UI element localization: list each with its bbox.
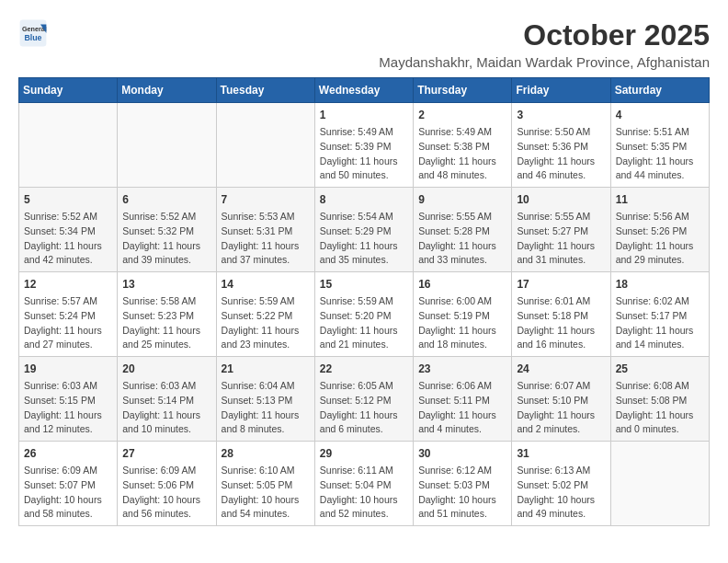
day-info: Sunrise: 5:56 AM Sunset: 5:26 PM Dayligh… (616, 210, 704, 268)
logo: General Blue (18, 18, 48, 48)
calendar-cell: 28Sunrise: 6:10 AM Sunset: 5:05 PM Dayli… (216, 442, 314, 526)
day-info: Sunrise: 5:59 AM Sunset: 5:20 PM Dayligh… (320, 294, 408, 352)
day-number: 29 (320, 445, 408, 462)
day-number: 19 (24, 361, 112, 377)
calendar-cell: 25Sunrise: 6:08 AM Sunset: 5:08 PM Dayli… (610, 357, 709, 442)
day-number: 7 (222, 191, 310, 208)
day-number: 22 (320, 361, 408, 377)
logo-icon: General Blue (18, 18, 48, 48)
day-number: 6 (122, 191, 210, 208)
header-wednesday: Wednesday (314, 78, 413, 103)
calendar-cell: 16Sunrise: 6:00 AM Sunset: 5:19 PM Dayli… (414, 272, 512, 357)
day-info: Sunrise: 6:09 AM Sunset: 5:06 PM Dayligh… (122, 464, 210, 522)
calendar-cell (216, 103, 314, 188)
calendar-header-row: Sunday Monday Tuesday Wednesday Thursday… (19, 78, 710, 103)
day-info: Sunrise: 6:03 AM Sunset: 5:15 PM Dayligh… (24, 379, 112, 437)
day-info: Sunrise: 6:13 AM Sunset: 5:02 PM Dayligh… (517, 464, 605, 522)
calendar-cell: 18Sunrise: 6:02 AM Sunset: 5:17 PM Dayli… (610, 272, 709, 357)
calendar-cell: 19Sunrise: 6:03 AM Sunset: 5:15 PM Dayli… (19, 357, 118, 442)
calendar-cell: 11Sunrise: 5:56 AM Sunset: 5:26 PM Dayli… (610, 188, 709, 272)
day-info: Sunrise: 5:51 AM Sunset: 5:35 PM Dayligh… (616, 125, 704, 183)
calendar-cell: 27Sunrise: 6:09 AM Sunset: 5:06 PM Dayli… (118, 442, 216, 526)
day-info: Sunrise: 5:52 AM Sunset: 5:34 PM Dayligh… (24, 210, 112, 268)
header-sunday: Sunday (19, 78, 118, 103)
title-section: October 2025 Maydanshakhr, Maidan Wardak… (379, 18, 710, 70)
day-number: 10 (517, 191, 605, 208)
day-number: 26 (24, 445, 112, 462)
calendar-cell: 30Sunrise: 6:12 AM Sunset: 5:03 PM Dayli… (414, 442, 512, 526)
day-number: 2 (418, 107, 506, 123)
calendar-cell: 2Sunrise: 5:49 AM Sunset: 5:38 PM Daylig… (414, 103, 512, 188)
calendar-cell: 21Sunrise: 6:04 AM Sunset: 5:13 PM Dayli… (216, 357, 314, 442)
day-info: Sunrise: 6:06 AM Sunset: 5:11 PM Dayligh… (418, 379, 506, 437)
calendar-cell: 20Sunrise: 6:03 AM Sunset: 5:14 PM Dayli… (118, 357, 216, 442)
day-info: Sunrise: 5:55 AM Sunset: 5:28 PM Dayligh… (418, 210, 506, 268)
day-number: 18 (616, 276, 704, 293)
calendar-cell: 4Sunrise: 5:51 AM Sunset: 5:35 PM Daylig… (610, 103, 709, 188)
day-info: Sunrise: 6:02 AM Sunset: 5:17 PM Dayligh… (616, 294, 704, 352)
day-info: Sunrise: 6:01 AM Sunset: 5:18 PM Dayligh… (517, 294, 605, 352)
svg-text:Blue: Blue (24, 33, 41, 42)
day-number: 25 (616, 361, 704, 377)
calendar-cell: 17Sunrise: 6:01 AM Sunset: 5:18 PM Dayli… (512, 272, 610, 357)
calendar-week-2: 5Sunrise: 5:52 AM Sunset: 5:34 PM Daylig… (19, 188, 710, 272)
day-info: Sunrise: 5:50 AM Sunset: 5:36 PM Dayligh… (517, 125, 605, 183)
day-info: Sunrise: 6:03 AM Sunset: 5:14 PM Dayligh… (122, 379, 210, 437)
day-info: Sunrise: 6:05 AM Sunset: 5:12 PM Dayligh… (320, 379, 408, 437)
day-info: Sunrise: 6:00 AM Sunset: 5:19 PM Dayligh… (418, 294, 506, 352)
calendar-cell: 22Sunrise: 6:05 AM Sunset: 5:12 PM Dayli… (314, 357, 413, 442)
day-number: 20 (122, 361, 210, 377)
day-number: 23 (418, 361, 506, 377)
calendar-week-3: 12Sunrise: 5:57 AM Sunset: 5:24 PM Dayli… (19, 272, 710, 357)
day-info: Sunrise: 6:07 AM Sunset: 5:10 PM Dayligh… (517, 379, 605, 437)
calendar-table: Sunday Monday Tuesday Wednesday Thursday… (18, 77, 710, 526)
day-info: Sunrise: 6:12 AM Sunset: 5:03 PM Dayligh… (418, 464, 506, 522)
calendar-cell: 9Sunrise: 5:55 AM Sunset: 5:28 PM Daylig… (414, 188, 512, 272)
calendar-cell: 13Sunrise: 5:58 AM Sunset: 5:23 PM Dayli… (118, 272, 216, 357)
calendar-cell: 3Sunrise: 5:50 AM Sunset: 5:36 PM Daylig… (512, 103, 610, 188)
calendar-cell: 8Sunrise: 5:54 AM Sunset: 5:29 PM Daylig… (314, 188, 413, 272)
calendar-cell: 26Sunrise: 6:09 AM Sunset: 5:07 PM Dayli… (19, 442, 118, 526)
day-info: Sunrise: 5:52 AM Sunset: 5:32 PM Dayligh… (122, 210, 210, 268)
day-info: Sunrise: 5:55 AM Sunset: 5:27 PM Dayligh… (517, 210, 605, 268)
day-info: Sunrise: 6:11 AM Sunset: 5:04 PM Dayligh… (320, 464, 408, 522)
day-number: 30 (418, 445, 506, 462)
day-number: 28 (222, 445, 310, 462)
day-number: 3 (517, 107, 605, 123)
day-number: 13 (122, 276, 210, 293)
calendar-cell: 1Sunrise: 5:49 AM Sunset: 5:39 PM Daylig… (314, 103, 413, 188)
day-number: 31 (517, 445, 605, 462)
day-info: Sunrise: 5:49 AM Sunset: 5:39 PM Dayligh… (320, 125, 408, 183)
day-info: Sunrise: 5:49 AM Sunset: 5:38 PM Dayligh… (418, 125, 506, 183)
calendar-cell: 6Sunrise: 5:52 AM Sunset: 5:32 PM Daylig… (118, 188, 216, 272)
calendar-cell: 29Sunrise: 6:11 AM Sunset: 5:04 PM Dayli… (314, 442, 413, 526)
calendar-cell (118, 103, 216, 188)
day-info: Sunrise: 5:53 AM Sunset: 5:31 PM Dayligh… (222, 210, 310, 268)
day-info: Sunrise: 6:04 AM Sunset: 5:13 PM Dayligh… (222, 379, 310, 437)
calendar-cell: 15Sunrise: 5:59 AM Sunset: 5:20 PM Dayli… (314, 272, 413, 357)
calendar-cell: 24Sunrise: 6:07 AM Sunset: 5:10 PM Dayli… (512, 357, 610, 442)
day-number: 11 (616, 191, 704, 208)
day-number: 27 (122, 445, 210, 462)
header-thursday: Thursday (414, 78, 512, 103)
day-info: Sunrise: 6:09 AM Sunset: 5:07 PM Dayligh… (24, 464, 112, 522)
header-saturday: Saturday (610, 78, 709, 103)
calendar-cell: 14Sunrise: 5:59 AM Sunset: 5:22 PM Dayli… (216, 272, 314, 357)
location-title: Maydanshakhr, Maidan Wardak Province, Af… (379, 54, 710, 70)
day-info: Sunrise: 6:10 AM Sunset: 5:05 PM Dayligh… (222, 464, 310, 522)
page-header: General Blue October 2025 Maydanshakhr, … (18, 18, 710, 70)
month-title: October 2025 (379, 18, 710, 52)
day-info: Sunrise: 5:59 AM Sunset: 5:22 PM Dayligh… (222, 294, 310, 352)
calendar-cell (610, 442, 709, 526)
day-info: Sunrise: 5:57 AM Sunset: 5:24 PM Dayligh… (24, 294, 112, 352)
day-number: 17 (517, 276, 605, 293)
day-number: 15 (320, 276, 408, 293)
calendar-cell: 10Sunrise: 5:55 AM Sunset: 5:27 PM Dayli… (512, 188, 610, 272)
day-number: 4 (616, 107, 704, 123)
day-info: Sunrise: 6:08 AM Sunset: 5:08 PM Dayligh… (616, 379, 704, 437)
calendar-cell (19, 103, 118, 188)
day-info: Sunrise: 5:54 AM Sunset: 5:29 PM Dayligh… (320, 210, 408, 268)
day-number: 9 (418, 191, 506, 208)
day-number: 1 (320, 107, 408, 123)
day-number: 8 (320, 191, 408, 208)
